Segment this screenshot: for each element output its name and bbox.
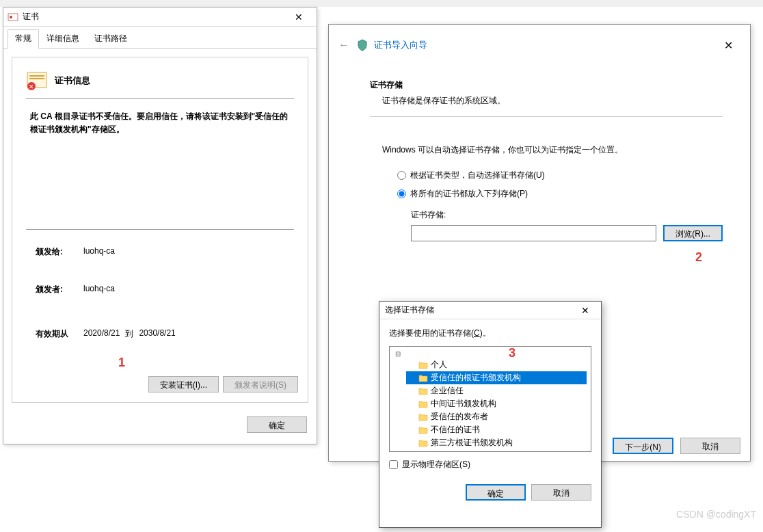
browse-button[interactable]: 浏览(R)... xyxy=(663,225,723,241)
validity-from: 2020/8/21 xyxy=(83,328,120,340)
radio-auto-select[interactable]: 根据证书类型，自动选择证书存储(U) xyxy=(397,170,723,181)
store-section-title: 证书存储 xyxy=(370,79,723,91)
install-certificate-button[interactable]: 安装证书(I)... xyxy=(148,376,219,393)
tree-item[interactable]: 不信任的证书 xyxy=(406,423,587,436)
svg-rect-3 xyxy=(29,75,44,77)
certificate-title-icon xyxy=(8,12,18,23)
cert-info-title: 证书信息 xyxy=(55,75,90,87)
tab-content: ✕ 证书信息 此 CA 根目录证书不受信任。要启用信任，请将该证书安装到"受信任… xyxy=(3,49,317,411)
tree-item-label: 第三方根证书颁发机构 xyxy=(431,437,513,449)
show-physical-checkbox[interactable]: 显示物理存储区(S) xyxy=(389,459,591,470)
cert-tabs: 常规 详细信息 证书路径 xyxy=(3,27,317,49)
show-physical-input[interactable] xyxy=(389,460,398,469)
radio-manual-input[interactable] xyxy=(397,189,406,198)
back-arrow-icon[interactable]: ← xyxy=(338,39,349,51)
wizard-footer: 下一步(N) 取消 xyxy=(613,438,740,454)
cert-titlebar: 证书 ✕ xyxy=(3,8,317,27)
cert-general-panel: ✕ 证书信息 此 CA 根目录证书不受信任。要启用信任，请将该证书安装到"受信任… xyxy=(12,57,308,403)
issued-by-label: 颁发者: xyxy=(36,284,83,295)
validity-label: 有效期从 xyxy=(36,328,83,340)
tree-item[interactable]: 第三方根证书颁发机构 xyxy=(406,436,587,449)
store-hint: Windows 可以自动选择证书存储，你也可以为证书指定一个位置。 xyxy=(382,144,723,156)
wizard-close-button[interactable]: ✕ xyxy=(716,36,740,55)
tab-details[interactable]: 详细信息 xyxy=(39,29,87,48)
issuer-statement-button[interactable]: 颁发者说明(S) xyxy=(223,376,298,393)
cert-info-header: ✕ 证书信息 xyxy=(26,70,294,99)
radio-auto-input[interactable] xyxy=(397,171,406,180)
tab-path[interactable]: 证书路径 xyxy=(87,29,135,48)
ssd-cancel-button[interactable]: 取消 xyxy=(531,484,591,501)
annotation-marker-2: 2 xyxy=(695,250,702,265)
cert-title: 证书 xyxy=(23,11,285,23)
radio-manual-label: 将所有的证书都放入下列存储(P) xyxy=(410,188,528,200)
tree-item[interactable]: 中间证书颁发机构 xyxy=(406,397,587,410)
ssd-close-button[interactable]: ✕ xyxy=(575,305,595,316)
issued-by-value: luohq-ca xyxy=(83,284,115,295)
show-physical-label: 显示物理存储区(S) xyxy=(402,459,470,470)
ssd-title: 选择证书存储 xyxy=(385,304,575,316)
tab-general[interactable]: 常规 xyxy=(8,29,39,49)
next-button[interactable]: 下一步(N) xyxy=(613,438,673,454)
ssd-body: 选择要使用的证书存储(C)。 ⊟ 个人受信任的根证书颁发机构企业信任中间证书颁发… xyxy=(379,319,601,479)
select-store-dialog: 选择证书存储 ✕ 选择要使用的证书存储(C)。 ⊟ 个人受信任的根证书颁发机构企… xyxy=(379,301,602,528)
store-label: 证书存储: xyxy=(411,209,723,221)
certificate-dialog: 证书 ✕ 常规 详细信息 证书路径 ✕ 证书信息 此 CA 根目录证书不受信任。… xyxy=(3,7,317,444)
watermark: CSDN @codingXT xyxy=(676,509,756,520)
tree-item-label: 受信任的发布者 xyxy=(431,411,488,423)
validity-to-word: 到 xyxy=(125,328,133,340)
svg-text:✕: ✕ xyxy=(29,83,34,90)
ssd-hint-suffix: )。 xyxy=(480,328,491,338)
wizard-title: 证书导入向导 xyxy=(374,39,716,51)
ssd-hint-prefix: 选择要使用的证书存储( xyxy=(389,328,474,338)
tree-item[interactable]: 受信任的根证书颁发机构 xyxy=(406,371,587,384)
svg-rect-4 xyxy=(29,78,44,79)
ssd-hint-underline: C xyxy=(474,328,480,338)
store-radio-group: 根据证书类型，自动选择证书存储(U) 将所有的证书都放入下列存储(P) xyxy=(370,170,723,200)
tree-item-label: 个人 xyxy=(431,359,447,371)
expander-icon[interactable]: ⊟ xyxy=(395,350,403,358)
tree-item-label: 受信任的根证书颁发机构 xyxy=(431,372,521,384)
close-button[interactable]: ✕ xyxy=(285,9,312,25)
issued-to-value: luohq-ca xyxy=(83,246,115,258)
tree-item-label: 中间证书颁发机构 xyxy=(431,398,496,410)
wizard-header: ← 证书导入向导 ✕ xyxy=(329,25,750,66)
ssd-hint: 选择要使用的证书存储(C)。 xyxy=(389,328,591,339)
store-row: 证书存储: 浏览(R)... xyxy=(370,209,723,241)
cert-details: 颁发给: luohq-ca 颁发者: luohq-ca 有效期从 2020/8/… xyxy=(26,229,294,344)
tree-item[interactable]: 企业信任 xyxy=(406,384,587,397)
wizard-shield-icon xyxy=(356,39,369,51)
radio-manual-select[interactable]: 将所有的证书都放入下列存储(P) xyxy=(397,188,723,200)
cancel-button[interactable]: 取消 xyxy=(680,438,740,454)
store-tree[interactable]: ⊟ 个人受信任的根证书颁发机构企业信任中间证书颁发机构受信任的发布者不信任的证书… xyxy=(389,346,591,452)
cert-actions: 安装证书(I)... 颁发者说明(S) xyxy=(148,376,298,393)
annotation-marker-1: 1 xyxy=(118,356,125,370)
cert-footer: 确定 xyxy=(3,411,317,438)
cert-ok-button[interactable]: 确定 xyxy=(247,416,307,433)
validity-to: 2030/8/21 xyxy=(139,328,175,340)
ssd-titlebar: 选择证书存储 ✕ xyxy=(379,302,601,319)
wizard-body: 证书存储 证书存储是保存证书的系统区域。 Windows 可以自动选择证书存储，… xyxy=(329,66,750,255)
store-input[interactable] xyxy=(411,225,656,241)
ssd-ok-button[interactable]: 确定 xyxy=(466,484,526,501)
ssd-footer: 确定 取消 xyxy=(379,479,601,506)
certificate-warning-icon: ✕ xyxy=(26,70,48,92)
tree-item-label: 不信任的证书 xyxy=(431,424,480,436)
tree-item-label: 企业信任 xyxy=(431,385,464,397)
tree-root[interactable]: ⊟ xyxy=(394,349,587,358)
store-section-desc: 证书存储是保存证书的系统区域。 xyxy=(370,95,723,117)
tree-item[interactable]: 个人 xyxy=(406,358,587,371)
annotation-marker-3: 3 xyxy=(509,346,516,360)
cert-warning-text: 此 CA 根目录证书不受信任。要启用信任，请将该证书安装到"受信任的根证书颁发机… xyxy=(26,99,294,147)
tree-item[interactable]: 受信任的发布者 xyxy=(406,410,587,423)
radio-auto-label: 根据证书类型，自动选择证书存储(U) xyxy=(410,170,545,181)
tree-children: 个人受信任的根证书颁发机构企业信任中间证书颁发机构受信任的发布者不信任的证书第三… xyxy=(394,358,587,449)
svg-point-1 xyxy=(10,16,12,18)
issued-to-label: 颁发给: xyxy=(36,246,83,258)
